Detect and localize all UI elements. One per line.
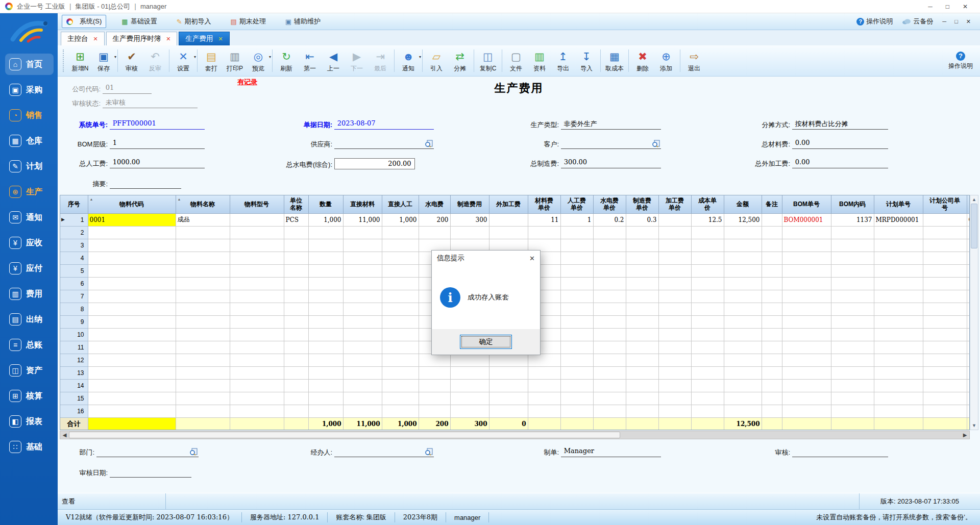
cell-水电费单价[interactable] [593, 341, 626, 354]
cell-制造费用[interactable] [450, 392, 489, 405]
cell-物料代码[interactable] [88, 354, 176, 366]
cell-加工费单价[interactable] [658, 354, 691, 366]
cell-BOM单号[interactable] [782, 341, 831, 354]
cell-制造费单价[interactable] [626, 379, 658, 392]
cell-加工费单价[interactable] [658, 264, 691, 277]
cell-物料代码[interactable] [88, 315, 176, 328]
cell-物料名称[interactable] [176, 239, 230, 252]
row-header[interactable]: 7 [60, 290, 88, 303]
total-mfg-value[interactable]: 300.00 [561, 158, 661, 168]
bom-level-value[interactable]: 1 [110, 139, 205, 149]
cell-水电费[interactable] [419, 392, 450, 405]
delete-button[interactable]: ✖删除 [631, 48, 654, 73]
cell-物料代码[interactable] [88, 264, 176, 277]
cell-计划单号[interactable] [874, 252, 923, 264]
cell-单位名称[interactable] [284, 252, 308, 264]
cell-BOM内码[interactable] [831, 354, 874, 366]
cell-制造费单价[interactable] [626, 239, 658, 252]
child-minimize-button[interactable]: ─ [942, 18, 946, 25]
cell-BOM内码[interactable] [831, 341, 874, 354]
lookup-icon[interactable] [652, 140, 660, 147]
cell-物料代码[interactable] [88, 405, 176, 417]
cell-加工费单价[interactable] [658, 328, 691, 341]
cell-直接材料[interactable] [343, 303, 382, 315]
cell-单位名称[interactable] [284, 290, 308, 303]
cell-物料名称[interactable] [176, 354, 230, 366]
cell-BOM内码[interactable] [831, 392, 874, 405]
cell-成本单价[interactable] [691, 252, 724, 264]
cell-物料代码[interactable] [88, 277, 176, 290]
cell-制造费单价[interactable] [626, 354, 658, 366]
total-material-value[interactable]: 0.00 [792, 139, 888, 149]
tab-生产费用[interactable]: 生产费用✕ [179, 32, 229, 45]
bill-date-value[interactable]: 2023-08-07 [334, 119, 434, 130]
scroll-left-icon[interactable]: ◀ [60, 431, 69, 439]
cell-数量[interactable] [308, 315, 343, 328]
cell-人工费单价[interactable] [560, 328, 593, 341]
cell-数量[interactable] [308, 277, 343, 290]
cell-BOM单号[interactable] [782, 277, 831, 290]
ok-button[interactable]: 确定 [460, 335, 512, 349]
cell-水电费单价[interactable]: 0.2 [593, 213, 626, 226]
col-制造费用[interactable]: 制造费用 [450, 195, 489, 213]
cell-BOM内码[interactable] [831, 226, 874, 239]
audit-status-value[interactable]: 未审核 [103, 98, 198, 108]
cell-制造费用[interactable] [450, 354, 489, 366]
cell-备注[interactable] [762, 354, 782, 366]
cell-水电费单价[interactable] [593, 315, 626, 328]
grid-row-1[interactable]: ▶10001成品PCS1,00011,0001,0002003001110.20… [60, 213, 970, 226]
col-人工费单价[interactable]: 人工费单价 [560, 195, 593, 213]
cell-金额[interactable] [724, 252, 762, 264]
cell-计划公司单号[interactable] [923, 354, 967, 366]
cell-计划公司单号[interactable] [923, 239, 967, 252]
cell-计划公司单号[interactable] [923, 213, 967, 226]
cell-成本单价[interactable] [691, 277, 724, 290]
cell-人工费单价[interactable] [560, 303, 593, 315]
col-单位名称[interactable]: 单位名称 [284, 195, 308, 213]
cell-物料代码[interactable] [88, 341, 176, 354]
import-ref-button[interactable]: ▱引入 [425, 48, 448, 73]
cell-单位名称[interactable] [284, 405, 308, 417]
cell-制造费单价[interactable] [626, 277, 658, 290]
row-header[interactable]: 8 [60, 303, 88, 315]
supplier-value[interactable] [334, 139, 434, 149]
cell-制造费用[interactable] [450, 379, 489, 392]
cell-计划单号[interactable]: MRPD000001 [874, 213, 923, 226]
cell-单位名称[interactable] [284, 341, 308, 354]
sidebar-item-总账[interactable]: ≡总账 [5, 334, 54, 356]
cell-备注[interactable] [762, 392, 782, 405]
cell-BOM单号[interactable] [782, 290, 831, 303]
cell-制造费单价[interactable] [626, 405, 658, 417]
cell-计划公司单号[interactable] [923, 379, 967, 392]
tab-close-icon[interactable]: ✕ [218, 36, 223, 42]
exit-button[interactable]: ⇨退出 [682, 48, 706, 73]
cell-直接材料[interactable] [343, 354, 382, 366]
grid-row-14[interactable]: 14 [60, 379, 970, 392]
cell-物料名称[interactable]: 成品 [176, 213, 230, 226]
cell-物料代码[interactable] [88, 392, 176, 405]
col-水电费[interactable]: 水电费 [419, 195, 450, 213]
cell-数量[interactable] [308, 328, 343, 341]
sidebar-item-资产[interactable]: ◫资产 [5, 360, 54, 381]
row-header[interactable]: 14 [60, 379, 88, 392]
cell-直接人工[interactable] [382, 303, 419, 315]
cell-备注[interactable] [762, 213, 782, 226]
cell-物料型号[interactable] [230, 392, 284, 405]
grid-horizontal-scrollbar[interactable]: ◀ ▶ [60, 431, 970, 439]
cell-水电费[interactable] [419, 405, 450, 417]
cell-物料型号[interactable] [230, 277, 284, 290]
sidebar-item-应付[interactable]: ¥应付 [5, 258, 54, 279]
creator-value[interactable]: Manager [561, 447, 661, 457]
menu-item-基础设置[interactable]: ▦基础设置 [117, 15, 161, 28]
cell-BOM单号[interactable] [782, 379, 831, 392]
row-header[interactable]: 9 [60, 315, 88, 328]
cell-金额[interactable] [724, 379, 762, 392]
cell-物料型号[interactable] [230, 239, 284, 252]
audit-button[interactable]: ✔审核 [120, 48, 143, 73]
cell-BOM内码[interactable] [831, 264, 874, 277]
cell-BOM内码[interactable] [831, 405, 874, 417]
cell-金额[interactable] [724, 239, 762, 252]
cell-金额[interactable] [724, 405, 762, 417]
data-button[interactable]: ▥资料 [528, 48, 551, 73]
cell-BOM单号[interactable] [782, 328, 831, 341]
